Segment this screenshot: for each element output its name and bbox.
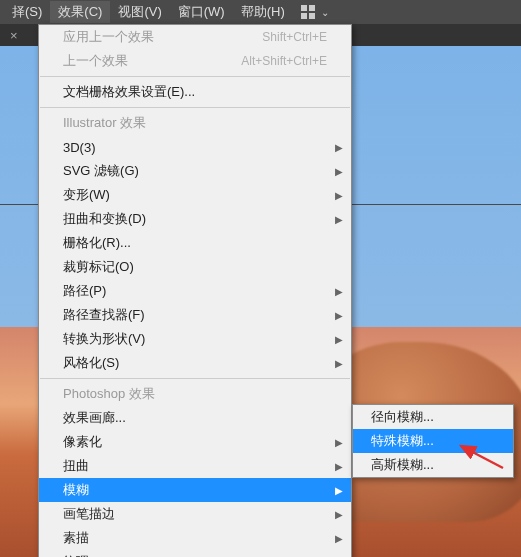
menu-item[interactable]: 风格化(S)▶ [39,351,351,375]
menu-item-label: 像素化 [63,433,102,451]
menu-item-label: 3D(3) [63,140,96,155]
blur-submenu: 径向模糊...特殊模糊...高斯模糊... [352,404,514,478]
menu-item[interactable]: 效果画廊... [39,406,351,430]
menu-item[interactable]: 转换为形状(V)▶ [39,327,351,351]
menu-item: Photoshop 效果 [39,382,351,406]
submenu-arrow-icon: ▶ [335,286,343,297]
menu-item-label: SVG 滤镜(G) [63,162,139,180]
menu-item-label: 模糊 [63,481,89,499]
menu-item[interactable]: 画笔描边▶ [39,502,351,526]
menu-separator [40,76,350,77]
menubar-item[interactable]: 窗口(W) [170,1,233,23]
submenu-item[interactable]: 径向模糊... [353,405,513,429]
submenu-arrow-icon: ▶ [335,310,343,321]
menu-item-label: 文档栅格效果设置(E)... [63,83,195,101]
menu-item[interactable]: 扭曲▶ [39,454,351,478]
menu-item-label: Photoshop 效果 [63,385,155,403]
menu-item-label: 变形(W) [63,186,110,204]
submenu-item[interactable]: 特殊模糊... [353,429,513,453]
menu-item-label: 转换为形状(V) [63,330,145,348]
menu-item[interactable]: 3D(3)▶ [39,135,351,159]
menu-item-label: 画笔描边 [63,505,115,523]
menu-item[interactable]: 扭曲和变换(D)▶ [39,207,351,231]
menu-item-label: 裁剪标记(O) [63,258,134,276]
menu-item-label: Illustrator 效果 [63,114,146,132]
menu-item-label: 路径查找器(F) [63,306,145,324]
menu-item[interactable]: 文档栅格效果设置(E)... [39,80,351,104]
menu-item[interactable]: 模糊▶ [39,478,351,502]
submenu-arrow-icon: ▶ [335,358,343,369]
submenu-arrow-icon: ▶ [335,485,343,496]
menu-item-label: 扭曲 [63,457,89,475]
menu-item-label: 栅格化(R)... [63,234,131,252]
menu-item[interactable]: 裁剪标记(O) [39,255,351,279]
submenu-arrow-icon: ▶ [335,334,343,345]
menu-item[interactable]: 栅格化(R)... [39,231,351,255]
menu-item-label: 效果画廊... [63,409,126,427]
menu-item-label: 扭曲和变换(D) [63,210,146,228]
menu-item-label: 应用上一个效果 [63,28,154,46]
submenu-arrow-icon: ▶ [335,437,343,448]
menu-item-label: 素描 [63,529,89,547]
menu-item[interactable]: 像素化▶ [39,430,351,454]
submenu-item-label: 径向模糊... [371,408,434,426]
menu-item[interactable]: 路径(P)▶ [39,279,351,303]
menu-item: 上一个效果Alt+Shift+Ctrl+E [39,49,351,73]
menu-separator [40,107,350,108]
submenu-arrow-icon: ▶ [335,461,343,472]
menu-item-label: 纹理 [63,553,89,557]
menubar-item[interactable]: 择(S) [4,1,50,23]
submenu-arrow-icon: ▶ [335,142,343,153]
submenu-arrow-icon: ▶ [335,533,343,544]
menu-item[interactable]: 纹理▶ [39,550,351,557]
menu-shortcut: Shift+Ctrl+E [262,30,327,44]
menu-item: 应用上一个效果Shift+Ctrl+E [39,25,351,49]
submenu-arrow-icon: ▶ [335,509,343,520]
menu-bar: 择(S)效果(C)视图(V)窗口(W)帮助(H)⌄ [0,0,521,24]
close-icon[interactable]: × [10,28,18,43]
document-tab[interactable]: × [0,24,28,46]
menu-shortcut: Alt+Shift+Ctrl+E [241,54,327,68]
chevron-down-icon[interactable]: ⌄ [321,7,329,18]
effects-menu: 应用上一个效果Shift+Ctrl+E上一个效果Alt+Shift+Ctrl+E… [38,24,352,557]
menu-item-label: 路径(P) [63,282,106,300]
menu-item: Illustrator 效果 [39,111,351,135]
menubar-item[interactable]: 视图(V) [110,1,169,23]
menu-item[interactable]: 素描▶ [39,526,351,550]
menu-item[interactable]: 变形(W)▶ [39,183,351,207]
menu-item-label: 风格化(S) [63,354,119,372]
menu-item[interactable]: 路径查找器(F)▶ [39,303,351,327]
submenu-item-label: 特殊模糊... [371,432,434,450]
submenu-item-label: 高斯模糊... [371,456,434,474]
menubar-item[interactable]: 效果(C) [50,1,110,23]
menu-item[interactable]: SVG 滤镜(G)▶ [39,159,351,183]
menu-separator [40,378,350,379]
submenu-item[interactable]: 高斯模糊... [353,453,513,477]
menu-item-label: 上一个效果 [63,52,128,70]
submenu-arrow-icon: ▶ [335,166,343,177]
menubar-item[interactable]: 帮助(H) [233,1,293,23]
grid-icon[interactable] [301,5,315,19]
submenu-arrow-icon: ▶ [335,214,343,225]
submenu-arrow-icon: ▶ [335,190,343,201]
